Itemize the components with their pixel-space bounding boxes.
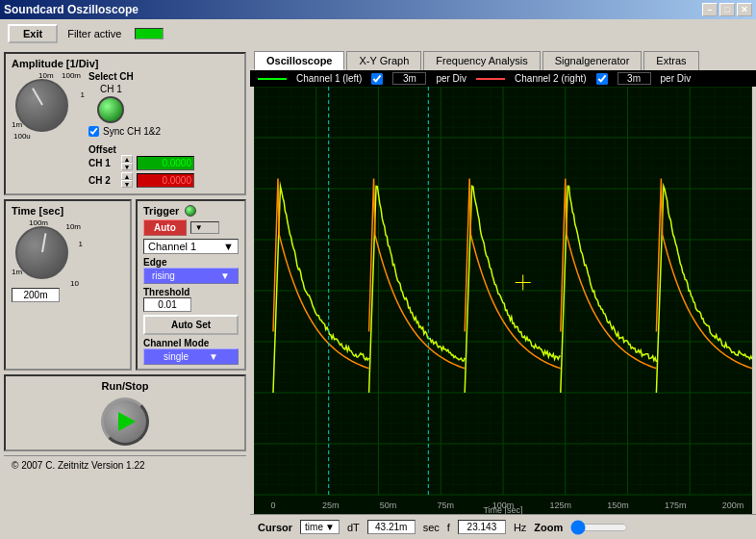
maximize-button[interactable]: □ <box>719 3 735 16</box>
window-controls: – □ ✕ <box>702 3 752 16</box>
select-ch-area: Select CH CH 1 <box>88 71 194 123</box>
offset-section: Offset CH 1 ▲ ▼ CH 2 <box>88 143 194 190</box>
sync-label: Sync CH 1&2 <box>103 126 161 137</box>
cursor-type-dropdown[interactable]: time ▼ <box>300 520 340 534</box>
tab-signalgenerator[interactable]: Signalgenerator <box>542 51 643 70</box>
amplitude-section: Amplitude [1/Div] 10m 100m 1 1m 100u <box>4 52 246 195</box>
channel-mode-row: Channel Mode single ▼ <box>143 338 239 365</box>
zoom-slider[interactable] <box>570 520 628 535</box>
ch2-offset-spinner[interactable]: ▲ ▼ <box>121 172 133 188</box>
ch2-per-div-label: per Div <box>661 73 692 84</box>
ch1-per-div-label: per Div <box>436 73 466 84</box>
ch2-visible-checkbox[interactable] <box>596 73 608 85</box>
trigger-mode-button[interactable]: Auto <box>143 219 187 236</box>
close-button[interactable]: ✕ <box>737 3 752 16</box>
trigger-mode-row: Auto ▼ <box>143 219 239 236</box>
trigger-channel-arrow: ▼ <box>223 241 234 252</box>
amp-label-100m: 100m <box>62 71 81 80</box>
ch1-offset-label: CH 1 <box>88 158 117 168</box>
ch1-offset-up[interactable]: ▲ <box>121 155 133 163</box>
content-area: Amplitude [1/Div] 10m 100m 1 1m 100u <box>0 48 756 539</box>
time-title: Time [sec] <box>12 205 124 217</box>
ch2-legend-label: Channel 2 (right) <box>515 73 586 84</box>
oscilloscope-screen <box>254 87 752 514</box>
time-knob[interactable] <box>15 226 68 279</box>
edge-arrow: ▼ <box>220 270 230 281</box>
run-stop-section: Run/Stop <box>4 374 246 451</box>
threshold-label: Threshold <box>143 287 239 297</box>
ch1-per-div-input[interactable] <box>392 72 426 85</box>
ch1-offset-spinner[interactable]: ▲ ▼ <box>121 155 133 170</box>
ch2-offset-down[interactable]: ▼ <box>121 180 133 188</box>
ch1-knob[interactable] <box>97 96 124 123</box>
trigger-section: Trigger Auto ▼ Channel 1 ▼ Edge <box>136 199 246 371</box>
filter-indicator <box>135 28 164 39</box>
cursor-bar: Cursor time ▼ dT 43.21m sec f 23.143 Hz … <box>250 514 756 539</box>
oscilloscope-canvas <box>254 87 752 514</box>
minimize-button[interactable]: – <box>702 3 718 16</box>
time-section: Time [sec] 100m 10m 1 1m 10 <box>4 199 132 371</box>
channel-mode-dropdown[interactable]: single ▼ <box>143 348 239 365</box>
left-panel: Amplitude [1/Div] 10m 100m 1 1m 100u <box>0 48 250 539</box>
ch1-label: CH 1 <box>100 84 122 94</box>
app-title: Soundcard Oszilloscope <box>4 3 139 16</box>
zoom-label: Zoom <box>534 522 563 533</box>
ch1-offset-row: CH 1 ▲ ▼ <box>88 155 194 170</box>
tab-xy-graph[interactable]: X-Y Graph <box>346 51 421 70</box>
ch1-offset-down[interactable]: ▼ <box>121 163 133 170</box>
time-trigger-row: Time [sec] 100m 10m 1 1m 10 <box>4 199 246 371</box>
time-label-1: 1 <box>79 240 83 248</box>
ch1-legend-label: Channel 1 (left) <box>296 73 362 84</box>
ch2-line-indicator <box>476 78 505 80</box>
right-panel: Oscilloscope X-Y Graph Frequency Analysi… <box>250 48 756 539</box>
edge-label: Edge <box>143 257 239 268</box>
main-container: Exit Filter active Amplitude [1/Div] 10m… <box>0 19 756 539</box>
trigger-header: Trigger <box>143 205 239 217</box>
play-icon <box>118 412 136 431</box>
cursor-type-value: time <box>305 522 323 532</box>
trigger-led <box>185 205 196 217</box>
channel-mode-arrow: ▼ <box>209 351 218 362</box>
run-stop-button[interactable] <box>101 398 149 446</box>
title-bar: Soundcard Oszilloscope – □ ✕ <box>0 0 756 19</box>
tab-extras[interactable]: Extras <box>643 51 698 70</box>
status-bar: © 2007 C. Zeitnitz Version 1.22 <box>4 455 246 475</box>
amp-label-1: 1 <box>81 90 85 99</box>
tab-frequency-analysis[interactable]: Frequency Analysis <box>423 51 540 70</box>
filter-label: Filter active <box>67 28 121 39</box>
trigger-channel-label: Channel 1 <box>148 241 196 252</box>
edge-row: Edge rising ▼ <box>143 257 239 284</box>
trigger-channel-dropdown[interactable]: Channel 1 ▼ <box>143 239 239 254</box>
ch2-offset-up[interactable]: ▲ <box>121 172 133 180</box>
channel-mode-label: Channel Mode <box>143 338 239 348</box>
amplitude-title: Amplitude [1/Div] <box>12 58 239 69</box>
ch2-offset-input[interactable] <box>137 173 194 188</box>
dt-value: 43.21m <box>367 520 416 534</box>
ch1-offset-input[interactable] <box>137 156 194 170</box>
ch2-per-div-input[interactable] <box>617 72 651 85</box>
threshold-row: Threshold <box>143 287 239 312</box>
time-input[interactable] <box>12 288 60 302</box>
autoset-button[interactable]: Auto Set <box>143 315 239 335</box>
f-unit: Hz <box>514 522 526 533</box>
ch1-visible-checkbox[interactable] <box>371 73 383 85</box>
ch2-offset-label: CH 2 <box>88 175 117 186</box>
trigger-title: Trigger <box>143 205 179 217</box>
trigger-mode-dropdown[interactable]: ▼ <box>190 221 219 234</box>
edge-dropdown[interactable]: rising ▼ <box>143 268 239 284</box>
amplitude-knob[interactable] <box>15 79 68 132</box>
trigger-mode-arrow: ▼ <box>195 223 203 232</box>
status-text: © 2007 C. Zeitnitz Version 1.22 <box>12 460 145 471</box>
sync-checkbox[interactable] <box>88 126 99 137</box>
amplitude-controls: 10m 100m 1 1m 100u Select CH <box>12 71 239 190</box>
threshold-input[interactable] <box>143 297 191 312</box>
select-ch-label: Select CH <box>88 71 134 82</box>
dt-label: dT <box>347 522 360 533</box>
channel-legend: Channel 1 (left) per Div Channel 2 (righ… <box>250 70 756 87</box>
f-label: f <box>447 522 450 533</box>
tab-oscilloscope[interactable]: Oscilloscope <box>254 51 344 70</box>
exit-button[interactable]: Exit <box>8 24 58 43</box>
run-stop-label: Run/Stop <box>102 380 149 392</box>
amplitude-knob-container: 10m 100m 1 1m 100u <box>12 71 81 141</box>
ch1-line-indicator <box>258 78 287 80</box>
